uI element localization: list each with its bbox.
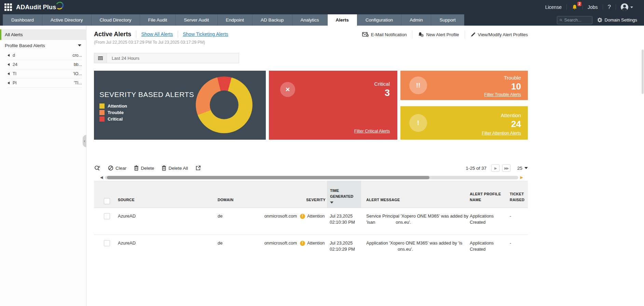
scrollbar-thumb[interactable] <box>107 176 429 179</box>
tab-analytics[interactable]: Analytics <box>292 14 328 26</box>
col-header-domain[interactable]: DOMAIN <box>218 197 233 203</box>
new-alert-profile-button[interactable]: New Alert Profile <box>418 32 459 37</box>
profile-name-prefix: TI <box>13 71 16 76</box>
scrollbar-track[interactable] <box>105 176 518 179</box>
domain-settings-label: Domain Settings <box>605 17 637 23</box>
filter-trouble-alerts-link[interactable]: Filter Trouble Alerts <box>484 92 521 97</box>
column-search-button[interactable] <box>94 165 100 171</box>
tab-endpoint[interactable]: Endpoint <box>218 14 252 26</box>
email-icon: o <box>362 32 369 37</box>
email-notification-button[interactable]: o E-Mail Notification <box>362 32 407 37</box>
tab-alerts[interactable]: Alerts <box>328 14 357 26</box>
page-size-value: 25 <box>517 166 522 171</box>
sidebar-group-profile-based-alerts[interactable]: Profile Based Alerts <box>0 40 86 51</box>
critical-card-count: 3 <box>385 88 390 98</box>
table-header-row: SOURCE DOMAIN SEVERITY TIME GENERATED AL… <box>94 181 528 208</box>
tab-dashboard[interactable]: Dashboard <box>3 14 42 26</box>
message-suffix: ons.eu'. <box>396 220 411 225</box>
view-modify-alert-profiles-button[interactable]: View/Modify Alert Profiles <box>470 32 528 37</box>
sidebar-alert-profile-item[interactable]: TI 'IO... <box>8 69 82 79</box>
profile-name-prefix: PI <box>13 81 17 85</box>
tab-configuration[interactable]: Configuration <box>357 14 401 26</box>
alert-date-range: (From Jul 22,2025 03:17:29 PM To Jul 23,… <box>94 40 528 45</box>
col-header-alert-profile-name[interactable]: ALERT PROFILE NAME <box>470 191 508 203</box>
search-input[interactable] <box>564 18 590 23</box>
notifications-button[interactable]: 2 <box>567 4 583 10</box>
license-link[interactable]: License <box>540 4 566 10</box>
severity-cards-column: !! Trouble 10 Filter Trouble Alerts ! At… <box>400 71 528 140</box>
domain-settings-button[interactable]: Domain Settings <box>597 17 637 23</box>
legend-item-attention: Attention <box>99 103 127 109</box>
sort-descending-icon[interactable] <box>330 201 333 204</box>
show-ticketing-alerts-link[interactable]: Show Ticketing Alerts <box>183 31 228 37</box>
row-checkbox[interactable] <box>104 213 110 219</box>
col-header-ticket-raised[interactable]: TICKET RAISED <box>510 191 529 203</box>
logo-swoosh-icon <box>55 1 64 10</box>
table-row[interactable]: AzureAD de onmicrosoft.com ! Attention J… <box>94 208 528 235</box>
bell-icon <box>572 4 578 10</box>
tab-server-audit[interactable]: Server Audit <box>176 14 218 26</box>
cell-severity: ! Attention <box>300 213 326 219</box>
export-button[interactable] <box>195 165 201 171</box>
legend-swatch <box>99 103 105 109</box>
page-size-selector[interactable]: 25 <box>517 166 528 171</box>
tab-ad-backup[interactable]: AD Backup <box>252 14 292 26</box>
page-vertical-scrollbar[interactable] <box>642 50 644 94</box>
select-all-checkbox[interactable] <box>104 198 110 204</box>
show-all-alerts-link[interactable]: Show All Alerts <box>141 31 173 37</box>
new-alert-profile-label: New Alert Profile <box>426 32 459 37</box>
col-header-severity[interactable]: SEVERITY <box>300 197 326 203</box>
sidebar-alert-profile-item[interactable]: 24 bb... <box>8 60 82 69</box>
tab-active-directory[interactable]: Active Directory <box>42 14 92 26</box>
severity-summary-row: SEVERITY BASED ALERTS Attention Trouble … <box>94 71 528 140</box>
filter-critical-alerts-link[interactable]: Filter Critical Alerts <box>354 129 390 134</box>
sidebar-alert-profile-item[interactable]: d cro... <box>8 51 82 60</box>
topbar-right-group: License 2 Jobs ? <box>540 3 644 11</box>
clear-button[interactable]: Clear <box>108 165 126 171</box>
domain-suffix: onmicrosoft.com <box>264 240 297 246</box>
col-header-alert-message[interactable]: ALERT MESSAGE <box>366 197 400 203</box>
clear-label: Clear <box>115 166 126 171</box>
top-bar: ADAudit Plus License 2 Jobs ? <box>0 0 644 14</box>
last-page-button[interactable]: ▶▶ <box>502 164 510 172</box>
trash-icon <box>134 165 139 171</box>
trouble-exclamation-icon: !! <box>409 76 427 94</box>
next-page-button[interactable]: ▶ <box>491 164 499 172</box>
tab-support[interactable]: Support <box>431 14 464 26</box>
chevron-left-icon <box>8 54 10 57</box>
cell-alert-message: Service Principal 'Xopero ONE M365' was … <box>366 213 469 225</box>
jobs-link[interactable]: Jobs <box>583 4 603 10</box>
chevron-down-icon <box>78 44 81 46</box>
sidebar-collapse-handle[interactable]: ‹ <box>83 135 86 147</box>
critical-alerts-card: ✕ Critical 3 Filter Critical Alerts <box>269 71 397 140</box>
cell-ticket-raised: - <box>510 240 527 246</box>
alerts-table: SOURCE DOMAIN SEVERITY TIME GENERATED AL… <box>94 181 528 262</box>
profile-name-suffix: bb... <box>74 62 82 67</box>
help-button[interactable]: ? <box>603 4 616 11</box>
scroll-left-arrow[interactable]: ◀ <box>100 176 103 179</box>
col-header-time-generated[interactable]: TIME GENERATED <box>327 181 361 208</box>
email-notification-label: E-Mail Notification <box>371 32 407 37</box>
delete-all-button[interactable]: Delete All <box>162 165 188 171</box>
tab-file-audit[interactable]: File Audit <box>140 14 176 26</box>
time-period-selector[interactable]: Last 24 Hours <box>94 53 239 63</box>
delete-button[interactable]: Delete <box>134 165 154 171</box>
sidebar-item-all-alerts[interactable]: All Alerts <box>0 29 86 40</box>
pagination: 1-25 of 37 ▶ ▶▶ 25 <box>466 164 528 172</box>
table-row[interactable]: AzureAD de onmicrosoft.com ! Attention J… <box>94 235 528 262</box>
trouble-alerts-card: !! Trouble 10 Filter Trouble Alerts <box>400 71 528 100</box>
global-search[interactable] <box>557 16 592 24</box>
cell-alert-profile-name: Applications Created <box>470 213 508 225</box>
apps-grid-icon[interactable] <box>4 3 12 11</box>
col-header-source[interactable]: SOURCE <box>118 197 135 203</box>
calendar-icon-cell[interactable] <box>94 53 107 63</box>
scroll-right-arrow[interactable]: ▶ <box>520 176 523 179</box>
user-menu[interactable] <box>616 3 638 11</box>
severity-donut-chart[interactable] <box>196 76 252 133</box>
header-actions: o E-Mail Notification New Alert Profile … <box>362 30 528 39</box>
sidebar-alert-profile-item[interactable]: PI 'TI... <box>8 79 82 88</box>
tab-cloud-directory[interactable]: Cloud Directory <box>92 14 140 26</box>
tab-admin[interactable]: Admin <box>401 14 431 26</box>
row-checkbox[interactable] <box>104 240 110 246</box>
filter-attention-alerts-link[interactable]: Filter Attention Alerts <box>482 131 521 136</box>
